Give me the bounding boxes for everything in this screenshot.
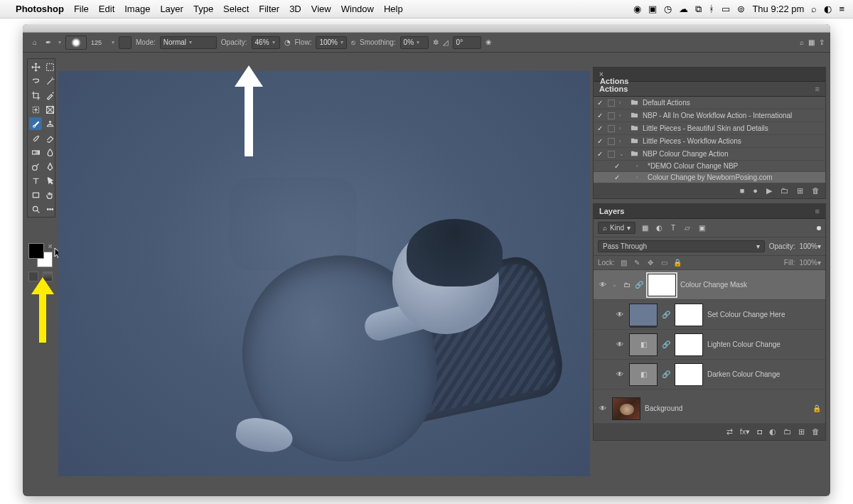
check-icon[interactable]: ✓	[596, 124, 603, 132]
layer-name[interactable]: Background	[645, 404, 808, 412]
chevron-down-icon[interactable]: ⌄	[612, 282, 619, 288]
tool-preset-chevron-icon[interactable]: ▾	[58, 39, 61, 45]
angle-icon[interactable]: ◿	[443, 38, 449, 46]
window-titlebar[interactable]	[23, 24, 830, 33]
layer-thumbnail[interactable]	[629, 304, 658, 326]
crop-tool[interactable]	[29, 89, 42, 102]
layer-name[interactable]: Lighten Colour Change	[707, 341, 821, 348]
check-icon[interactable]: ✓	[596, 99, 603, 107]
eyedropper-tool[interactable]	[43, 89, 56, 102]
dialog-toggle[interactable]	[608, 151, 615, 158]
foreground-color-swatch[interactable]	[28, 243, 44, 259]
menubar-clock[interactable]: Thu 9:22 pm	[752, 4, 804, 14]
filter-type-icon[interactable]: T	[668, 223, 678, 233]
layer-row[interactable]: 👁 ◧ 🔗 Lighten Colour Change	[594, 330, 825, 360]
layer-name[interactable]: Set Colour Change Here	[707, 311, 821, 318]
check-icon[interactable]: ✓	[596, 137, 603, 145]
visibility-toggle-icon[interactable]: 👁	[598, 281, 608, 289]
new-set-icon[interactable]: 🗀	[780, 186, 788, 195]
lock-all-icon[interactable]: 🔒	[673, 259, 682, 267]
opacity-field[interactable]: 46%▾	[252, 36, 280, 49]
symmetry-icon[interactable]: ❀	[485, 38, 491, 46]
marquee-tool[interactable]	[43, 60, 56, 73]
menu-file[interactable]: File	[74, 4, 89, 14]
chevron-right-icon[interactable]: ›	[619, 112, 626, 119]
action-row[interactable]: ✓›*DEMO Colour Change NBP	[594, 161, 825, 172]
layer-blend-mode-select[interactable]: Pass Through ▾	[598, 240, 765, 252]
panel-menu-icon[interactable]: ≡	[815, 85, 820, 93]
smoothing-field[interactable]: 0%▾	[400, 36, 429, 49]
check-icon[interactable]: ✓	[596, 112, 603, 119]
adjustment-layer-icon[interactable]: ◐	[769, 427, 776, 436]
actions-panel-tab[interactable]: × Actions	[594, 68, 825, 82]
document-canvas[interactable]	[58, 54, 590, 496]
layers-panel-tab[interactable]: Layers ≡	[594, 204, 825, 219]
layer-row[interactable]: 👁 ⌄ 🗀 🔗 Colour Change Mask	[594, 270, 825, 300]
eraser-tool[interactable]	[43, 132, 56, 144]
menu-image[interactable]: Image	[124, 4, 150, 14]
link-icon[interactable]: 🔗	[662, 370, 670, 378]
bluetooth-icon[interactable]: ᚼ	[709, 4, 714, 14]
chevron-right-icon[interactable]: ›	[619, 100, 626, 106]
action-row[interactable]: ✓›Default Actions	[594, 97, 825, 109]
layer-mask-thumbnail[interactable]	[675, 333, 703, 356]
layer-name[interactable]: Darken Colour Change	[707, 370, 821, 378]
workspace-icon[interactable]: ▦	[808, 38, 815, 46]
menu-window[interactable]: Window	[341, 4, 374, 14]
menu-type[interactable]: Type	[193, 4, 213, 14]
layer-fill-field[interactable]: 100%▾	[799, 259, 821, 267]
chevron-right-icon[interactable]: ›	[619, 138, 626, 144]
siri-icon[interactable]: ◐	[824, 4, 832, 14]
visibility-toggle-icon[interactable]: 👁	[615, 370, 625, 378]
wifi-icon[interactable]: ⊚	[737, 4, 745, 14]
spot-heal-tool[interactable]	[29, 103, 42, 116]
layer-mask-thumbnail[interactable]	[675, 304, 703, 326]
frame-tool[interactable]	[43, 103, 56, 116]
blend-mode-select[interactable]: Normal▾	[160, 36, 217, 49]
layer-thumbnail[interactable]: ◧	[629, 363, 658, 386]
brush-preview[interactable]	[65, 36, 87, 50]
brush-panel-toggle[interactable]	[119, 36, 132, 49]
filter-adjust-icon[interactable]: ◐	[654, 223, 664, 233]
brush-tool-icon[interactable]: ✒	[45, 38, 51, 46]
brush-picker-chevron-icon[interactable]: ▾	[112, 39, 114, 45]
link-icon[interactable]: 🔗	[662, 341, 670, 348]
filter-pixel-icon[interactable]: ▦	[640, 223, 650, 233]
visibility-toggle-icon[interactable]: 👁	[615, 311, 625, 318]
notification-center-icon[interactable]: ≡	[839, 4, 844, 14]
brush-tool[interactable]	[29, 117, 42, 130]
link-icon[interactable]: 🔗	[662, 311, 670, 318]
swap-colors-icon[interactable]: ⤭	[48, 243, 53, 250]
link-layers-icon[interactable]: ⇄	[726, 427, 733, 436]
layer-mask-thumbnail[interactable]	[675, 363, 703, 386]
link-icon[interactable]: 🔗	[635, 281, 643, 289]
menu-select[interactable]: Select	[223, 4, 249, 14]
menu-filter[interactable]: Filter	[259, 4, 279, 14]
chevron-right-icon[interactable]: ›	[636, 163, 643, 169]
dodge-tool[interactable]	[29, 160, 42, 173]
gradient-tool[interactable]	[29, 146, 42, 159]
stop-icon[interactable]: ■	[740, 186, 745, 195]
cloud-icon[interactable]: ☁	[679, 4, 688, 14]
layer-row[interactable]: 👁 🔗 Set Colour Change Here	[594, 300, 825, 330]
magic-wand-tool[interactable]	[43, 75, 56, 87]
lock-image-icon[interactable]: ✎	[633, 259, 642, 267]
menu-view[interactable]: View	[311, 4, 331, 14]
home-icon[interactable]: ⌂	[28, 38, 41, 46]
dropbox-icon[interactable]: ⧉	[695, 4, 702, 15]
action-row[interactable]: ✓›Colour Change by NewbornPosing.com	[594, 172, 825, 183]
color-swatches[interactable]: ⤭	[28, 243, 53, 269]
chevron-down-icon[interactable]: ⌄	[619, 151, 626, 157]
clock-icon[interactable]: ◷	[664, 4, 672, 14]
trash-icon[interactable]: 🗑	[812, 186, 820, 195]
action-row[interactable]: ✓›Little Pieces - Workflow Actions	[594, 135, 825, 148]
panel-menu-icon[interactable]: ≡	[815, 207, 820, 215]
layer-mask-thumbnail[interactable]	[648, 274, 676, 296]
share-icon[interactable]: ⇪	[819, 38, 825, 46]
move-tool[interactable]	[29, 60, 42, 73]
app-name[interactable]: Photoshop	[16, 4, 64, 14]
filter-kind-select[interactable]: ⌕ Kind ▾	[598, 222, 635, 234]
opacity-pressure-icon[interactable]: ◔	[284, 38, 291, 46]
dialog-toggle[interactable]	[608, 100, 615, 107]
dialog-toggle[interactable]	[608, 112, 615, 119]
